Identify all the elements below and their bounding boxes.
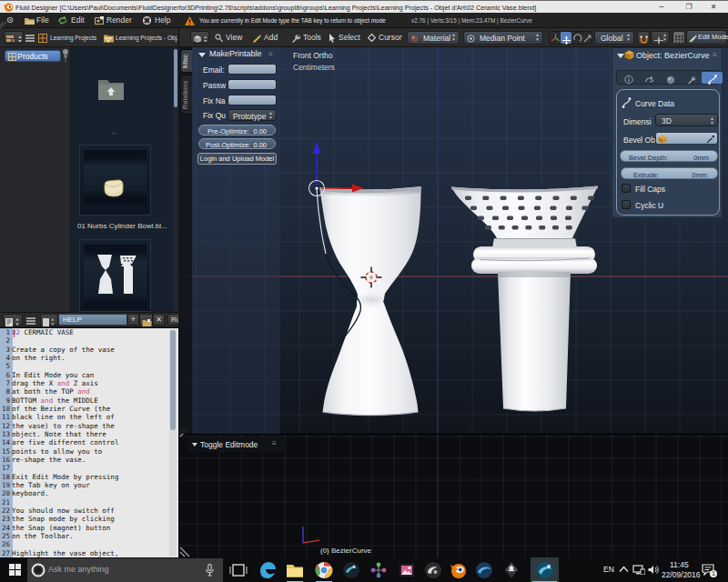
text-editor-line[interactable]: 27Highlight the vase object, [0, 549, 178, 557]
manipulator-scale-button[interactable] [583, 34, 592, 43]
tray-language[interactable]: EN [603, 565, 614, 574]
upload-button[interactable]: Login and Upload Model [197, 153, 277, 165]
menu-render[interactable]: Render [106, 13, 132, 28]
text-editor-line[interactable]: 10of the Bezier Curve (the [0, 405, 178, 413]
close-button[interactable]: ✕ [702, 1, 725, 14]
cortana-search-box[interactable]: Ask me anything [27, 558, 223, 582]
edge-icon[interactable] [258, 560, 278, 580]
maximize-button[interactable]: ❐ [677, 1, 701, 14]
text-editor-line[interactable]: 26 [0, 540, 178, 548]
app-blue-circle-icon[interactable] [474, 560, 494, 580]
text-editor-line[interactable]: 13object. Note that there [0, 430, 178, 438]
photos-icon[interactable] [397, 560, 417, 580]
file-explorer-icon[interactable] [285, 560, 305, 580]
extrude-slider[interactable]: Extrude: 0mm [621, 167, 718, 179]
redo-collapse-triangle[interactable] [192, 443, 197, 447]
tray-time[interactable]: 11:45 [670, 560, 689, 569]
text-editor-line[interactable]: 25on the Toolbar. [0, 532, 178, 540]
shading-dropdown[interactable]: Material ▲▼ [407, 31, 460, 45]
redo-panel[interactable]: Toggle Editmode ≡ [188, 437, 284, 452]
text-editor-line[interactable]: 2 [0, 336, 178, 345]
snap-toggle-button[interactable] [637, 31, 650, 45]
pivot-dropdown[interactable]: Median Point ▲▼ [463, 31, 543, 45]
text-editor-line[interactable]: 15points to allow you to [0, 447, 178, 456]
tab-learning-projects-obj[interactable]: Learning Projects - Obj... [116, 28, 179, 47]
viewport-lower-background[interactable] [178, 434, 728, 557]
parent-folder-icon[interactable] [97, 77, 125, 101]
menu-file[interactable]: File [36, 13, 49, 28]
shading-stepper-icon[interactable]: ▲▼ [450, 33, 457, 43]
text-editor-line[interactable]: 24the Snap (magnet) button [0, 524, 178, 532]
text-editor-scrollbar[interactable] [169, 329, 177, 557]
password-field[interactable] [228, 79, 277, 90]
tray-speaker-icon[interactable] [648, 565, 659, 575]
makeprintable-panel-title[interactable]: MakePrintable [209, 49, 262, 58]
viewport-editor-type-button[interactable] [190, 31, 209, 44]
toolshelf-tab-relations[interactable]: Relations [180, 75, 192, 115]
start-button[interactable] [9, 564, 21, 576]
task-view-button[interactable] [228, 560, 248, 580]
menu-edit[interactable]: Edit [71, 13, 85, 28]
bevel-depth-slider[interactable]: Bevel Depth: 0mm [620, 150, 718, 162]
text-editor-line[interactable]: 102 CERMAIC VASE [0, 328, 178, 336]
props-tab-modifiers[interactable] [681, 72, 701, 83]
email-field[interactable] [228, 64, 277, 75]
file-thumb-bowl[interactable] [79, 145, 151, 216]
text-editor-line[interactable]: 16re-shape the vase. [0, 456, 178, 464]
molecule-icon[interactable] [369, 560, 389, 580]
quality-stepper-icon[interactable]: ▲▼ [268, 111, 274, 121]
file-browser-content[interactable]: .. 01 Nurbs Cylinder Bowl.bl... [71, 47, 173, 312]
fixname-field[interactable] [228, 95, 277, 105]
text-editor-line[interactable]: 20keyboard. [0, 489, 178, 497]
tray-chevron-icon[interactable] [619, 566, 629, 573]
menu-cursor[interactable]: Cursor [379, 28, 402, 47]
menu-tools[interactable]: Tools [303, 28, 321, 47]
panel-collapse-triangle[interactable] [198, 53, 206, 57]
mode-button[interactable]: Edit Mode [686, 30, 727, 45]
text-editor-line[interactable]: 3Create a copy of the vase [0, 346, 178, 354]
cyclic-u-checkbox[interactable] [622, 200, 631, 209]
text-editor-body[interactable]: 102 CERMAIC VASE23Create a copy of the v… [0, 328, 178, 557]
props-tab-info[interactable] [618, 72, 638, 83]
text-editor-line[interactable]: 6In Edit Mode you can [0, 371, 178, 379]
text-editor-line[interactable]: 11black line on the left of [0, 413, 178, 421]
corner-resize-icon[interactable] [0, 21, 6, 28]
pin-icon[interactable] [61, 48, 70, 64]
fill-caps-checkbox[interactable] [622, 184, 631, 193]
orientation-stepper-icon[interactable]: ▲▼ [625, 33, 632, 43]
text-editor-line[interactable]: 22You should now switch off [0, 507, 178, 515]
viewport-3d[interactable]: Front Ortho Centimeters (0) BezierCurve … [178, 47, 728, 557]
tray-network-icon[interactable] [632, 565, 645, 575]
browser-menu-icon[interactable] [25, 35, 35, 42]
menu-help[interactable]: Help [155, 13, 170, 28]
manipulator-axis-icon[interactable] [551, 33, 561, 43]
inkscape-icon[interactable] [501, 560, 521, 580]
text-datablock-icon-button[interactable] [40, 314, 58, 326]
props-tab-material[interactable] [660, 72, 680, 83]
toolshelf-tab-misc[interactable]: Misc [180, 49, 192, 73]
props-drag-dots[interactable]: ≡ [713, 50, 717, 59]
minimize-button[interactable]: – [650, 1, 673, 14]
quality-dropdown[interactable]: Prototype ▲▼ [228, 109, 277, 121]
menu-add[interactable]: Add [264, 28, 278, 47]
pre-optimize-slider[interactable]: Pre-Optimize: 0.00 [198, 125, 276, 135]
bevel-object-field[interactable] [655, 132, 718, 145]
layers-button[interactable] [672, 31, 685, 45]
text-editor-line[interactable]: 14are five different control [0, 438, 178, 447]
blender-icon[interactable] [449, 560, 469, 580]
text-editor-line[interactable]: 9BOTTOM and the MIDDLE [0, 396, 178, 405]
text-editor-line[interactable]: 4on the right. [0, 354, 178, 362]
text-editor-type-button[interactable] [3, 314, 23, 326]
props-tab-curve-data[interactable] [702, 72, 723, 84]
browser-editor-type-button[interactable] [4, 31, 24, 44]
snap-stepper-icon[interactable]: ▲▼ [662, 33, 668, 43]
active-app-button[interactable] [531, 557, 559, 582]
text-datablock-name-field[interactable]: HELP [58, 314, 127, 326]
panel-drag-dots[interactable]: ≡ [268, 49, 274, 58]
text-editor-line[interactable]: 21 [0, 498, 178, 507]
text-editor-line[interactable]: 19the Tab key on your [0, 481, 178, 489]
gimp-icon[interactable] [423, 560, 443, 580]
chrome-icon[interactable] [314, 560, 334, 580]
text-editor-line[interactable]: 8at both the TOP and [0, 387, 178, 396]
manipulator-translate-button[interactable] [561, 32, 571, 44]
